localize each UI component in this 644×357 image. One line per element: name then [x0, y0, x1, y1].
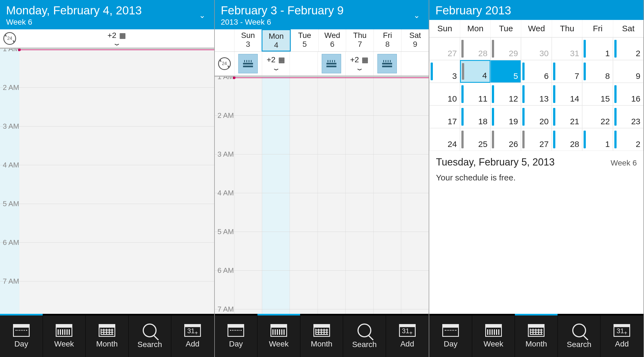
month-cell[interactable]: 1	[582, 128, 613, 151]
tab-week[interactable]: Week	[257, 315, 300, 357]
month-cell[interactable]: 24	[429, 128, 460, 151]
month-summary: Tuesday, February 5, 2013 Week 6 Your sc…	[429, 151, 643, 188]
event-bar	[553, 85, 555, 103]
month-cell[interactable]: 14	[552, 83, 582, 105]
event-bar	[431, 63, 433, 80]
tab-search[interactable]: Search	[129, 315, 172, 357]
month-header[interactable]: February 2013	[429, 0, 643, 20]
month-day-header: Wed	[521, 20, 551, 37]
month-cell[interactable]: 22	[582, 105, 613, 128]
month-cell[interactable]: 29	[490, 37, 521, 60]
month-cell[interactable]: 16	[613, 83, 643, 105]
allday-expand[interactable]: +2 ⌄	[350, 55, 369, 72]
tab-day[interactable]: Day	[429, 315, 472, 357]
allday-cell[interactable]	[290, 52, 317, 76]
week-day-sun[interactable]: Sun3	[234, 29, 262, 51]
grid-icon	[278, 55, 285, 64]
month-icon	[99, 324, 115, 337]
month-cell[interactable]: 7	[552, 60, 582, 83]
hour-label: 2 AM	[3, 83, 19, 92]
tab-month[interactable]: Month	[86, 315, 129, 357]
allday-expand[interactable]: +2 ⌄	[267, 55, 285, 72]
week-header[interactable]: February 3 - February 9 2013 - Week 6 ⌄	[215, 0, 429, 29]
tab-label: Week	[54, 340, 74, 348]
allday-cell[interactable]: +2 ⌄	[262, 52, 290, 76]
week-day-mon[interactable]: Mon4	[262, 29, 291, 51]
month-cell[interactable]: 31	[552, 37, 582, 60]
month-cell[interactable]: 13	[521, 83, 551, 105]
allday-cell[interactable]	[234, 52, 262, 76]
chevron-down-icon[interactable]: ⌄	[196, 8, 208, 23]
tab-search[interactable]: Search	[343, 315, 386, 357]
add-icon: 31+	[399, 324, 416, 337]
month-cell[interactable]: 5	[490, 60, 521, 83]
tab-search[interactable]: Search	[558, 315, 601, 357]
day-header[interactable]: Monday, February 4, 2013 Week 6 ⌄	[0, 0, 214, 29]
month-title: February 2013	[435, 4, 637, 17]
month-cell[interactable]: 21	[552, 105, 582, 128]
week-hour-grid[interactable]: 1 AM2 AM3 AM4 AM5 AM6 AM7 AM8 AM	[215, 77, 429, 315]
tab-day[interactable]: Day	[215, 315, 258, 357]
day-hour-grid[interactable]: 1 AM2 AM3 AM4 AM5 AM6 AM7 AM8 AM	[0, 49, 214, 315]
allday-cell[interactable]: +2 ⌄	[345, 52, 373, 76]
tab-day[interactable]: Day	[0, 315, 43, 357]
cake-icon	[382, 60, 392, 67]
month-cell[interactable]: 15	[582, 83, 613, 105]
month-cell[interactable]: 27	[521, 128, 551, 151]
tab-add[interactable]: 31+Add	[171, 315, 214, 357]
month-cell[interactable]: 20	[521, 105, 551, 128]
month-cell[interactable]: 25	[460, 128, 490, 151]
week-day-thu[interactable]: Thu7	[346, 29, 374, 51]
event-bar	[522, 63, 525, 80]
clock-24-icon[interactable]: 24	[0, 29, 19, 48]
month-cell[interactable]: 2	[613, 128, 643, 151]
chevron-down-icon[interactable]: ⌄	[411, 8, 423, 23]
month-cell[interactable]: 3	[429, 60, 460, 83]
month-cell[interactable]: 2	[613, 37, 643, 60]
month-cell[interactable]: 11	[460, 83, 490, 105]
month-cell[interactable]: 10	[429, 83, 460, 105]
tab-add[interactable]: 31+Add	[386, 315, 429, 357]
month-cell[interactable]: 19	[490, 105, 521, 128]
allday-cell[interactable]	[373, 52, 401, 76]
month-cell[interactable]: 8	[582, 60, 613, 83]
month-cell[interactable]: 23	[613, 105, 643, 128]
allday-cell[interactable]	[401, 52, 429, 76]
month-cell[interactable]: 30	[521, 37, 551, 60]
month-cell[interactable]: 27	[429, 37, 460, 60]
tab-week[interactable]: Week	[472, 315, 515, 357]
month-cell[interactable]: 26	[490, 128, 521, 151]
search-icon	[572, 324, 586, 337]
month-cell[interactable]: 4	[460, 60, 490, 83]
birthday-event[interactable]	[377, 54, 397, 73]
week-day-sat[interactable]: Sat9	[401, 29, 429, 51]
caret-down-icon: ⌄	[112, 40, 121, 47]
birthday-event[interactable]	[238, 54, 258, 73]
event-bar	[492, 131, 494, 148]
allday-cell[interactable]	[318, 52, 345, 76]
month-cell[interactable]: 17	[429, 105, 460, 128]
month-cell[interactable]: 18	[460, 105, 490, 128]
month-cell[interactable]: 12	[490, 83, 521, 105]
tab-label: Month	[525, 340, 547, 348]
month-cell[interactable]: 6	[521, 60, 551, 83]
birthday-event[interactable]	[322, 54, 341, 73]
month-cell[interactable]: 28	[460, 37, 490, 60]
month-cell[interactable]: 9	[613, 60, 643, 83]
week-day-wed[interactable]: Wed6	[318, 29, 346, 51]
clock-24-icon[interactable]: 24	[215, 52, 234, 76]
add-icon: 31+	[184, 324, 201, 337]
week-icon	[56, 324, 72, 337]
week-icon	[270, 324, 287, 337]
month-cell[interactable]: 1	[582, 37, 613, 60]
tab-month[interactable]: Month	[300, 315, 343, 357]
month-cell[interactable]: 28	[552, 128, 582, 151]
tab-month[interactable]: Month	[515, 315, 558, 357]
tab-week[interactable]: Week	[43, 315, 86, 357]
event-bar	[461, 85, 464, 103]
allday-expand[interactable]: +2 ⌄	[19, 29, 214, 48]
week-day-tue[interactable]: Tue5	[291, 29, 318, 51]
tab-add[interactable]: 31+Add	[600, 315, 643, 357]
week-day-fri[interactable]: Fri8	[374, 29, 401, 51]
hour-label: 1 AM	[218, 77, 234, 81]
